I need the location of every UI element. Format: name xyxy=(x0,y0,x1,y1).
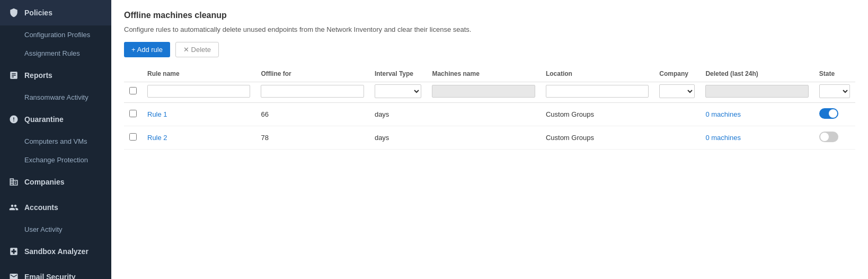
email-icon xyxy=(8,272,19,279)
filter-location[interactable] xyxy=(546,85,649,98)
filter-row: days hours On xyxy=(124,82,855,103)
quarantine-label: Quarantine xyxy=(24,115,64,124)
row2-interval-type: days xyxy=(369,126,427,150)
sidebar-item-email-security[interactable]: Email Security xyxy=(0,264,111,279)
row1-interval-type: days xyxy=(369,103,427,126)
page-title: Offline machines cleanup xyxy=(124,11,855,20)
sidebar-item-user-activity[interactable]: User Activity xyxy=(0,220,111,239)
col-offline-for: Offline for xyxy=(255,66,369,82)
col-machines-name: Machines name xyxy=(427,66,540,82)
row2-rule-name[interactable]: Rule 2 xyxy=(147,134,167,142)
filter-state[interactable]: On Off xyxy=(819,84,850,98)
sandbox-analyzer-label: Sandbox Analyzer xyxy=(24,247,88,256)
filter-machines-name[interactable] xyxy=(432,85,535,98)
delete-button[interactable]: ✕ Delete xyxy=(175,42,219,57)
companies-icon xyxy=(8,177,19,187)
row1-deleted: 0 machines xyxy=(705,110,740,118)
email-security-label: Email Security xyxy=(24,273,76,279)
reports-label: Reports xyxy=(24,71,52,80)
row1-checkbox[interactable] xyxy=(129,110,137,117)
sidebar-item-reports[interactable]: Reports xyxy=(0,63,111,88)
sidebar-item-computers-and-vms[interactable]: Computers and VMs xyxy=(0,132,111,151)
row2-offline-for: 78 xyxy=(255,126,369,150)
sidebar-item-assignment-rules[interactable]: Assignment Rules xyxy=(0,44,111,63)
filter-offline-for[interactable] xyxy=(261,85,364,98)
main-content-area: Offline machines cleanup Configure rules… xyxy=(111,0,868,279)
sidebar-item-exchange-protection[interactable]: Exchange Protection xyxy=(0,151,111,169)
chart-icon xyxy=(8,70,19,81)
sidebar-item-sandbox-analyzer[interactable]: Sandbox Analyzer xyxy=(0,239,111,264)
row1-location: Custom Groups xyxy=(541,103,654,126)
sidebar-item-ransomware-activity[interactable]: Ransomware Activity xyxy=(0,88,111,107)
accounts-icon xyxy=(8,202,19,213)
filter-interval-type[interactable]: days hours xyxy=(375,84,422,98)
filter-rule-name[interactable] xyxy=(147,85,250,98)
page-description: Configure rules to automatically delete … xyxy=(124,25,855,33)
row1-offline-for: 66 xyxy=(255,103,369,126)
filter-deleted[interactable] xyxy=(705,85,808,98)
row1-toggle[interactable] xyxy=(819,108,838,119)
sidebar-item-companies[interactable]: Companies xyxy=(0,169,111,195)
sandbox-icon xyxy=(8,246,19,257)
col-company: Company xyxy=(654,66,700,82)
companies-label: Companies xyxy=(24,178,64,186)
sidebar-item-quarantine[interactable]: Quarantine xyxy=(0,107,111,132)
policies-label: Policies xyxy=(24,8,52,17)
filter-checkbox[interactable] xyxy=(129,87,137,94)
row1-company xyxy=(654,103,700,126)
toolbar: + Add rule ✕ Delete xyxy=(124,42,855,57)
sidebar: Policies Configuration Profiles Assignme… xyxy=(0,0,111,279)
col-state: State xyxy=(814,66,855,82)
table-row: Rule 1 66 days Custom Groups 0 machines xyxy=(124,103,855,126)
shield-icon xyxy=(8,7,19,18)
row2-toggle[interactable] xyxy=(819,132,838,142)
quarantine-icon xyxy=(8,114,19,125)
col-deleted: Deleted (last 24h) xyxy=(700,66,813,82)
col-interval-type: Interval Type xyxy=(369,66,427,82)
col-location: Location xyxy=(541,66,654,82)
row2-deleted: 0 machines xyxy=(705,134,740,142)
sidebar-item-accounts[interactable]: Accounts xyxy=(0,195,111,220)
row1-rule-name[interactable]: Rule 1 xyxy=(147,110,167,118)
rules-table: Rule name Offline for Interval Type Mach… xyxy=(124,66,855,150)
table-row: Rule 2 78 days Custom Groups 0 machines xyxy=(124,126,855,150)
col-rule-name: Rule name xyxy=(142,66,255,82)
filter-company[interactable] xyxy=(659,84,695,98)
row2-machines-name xyxy=(427,126,540,150)
sidebar-item-configuration-profiles[interactable]: Configuration Profiles xyxy=(0,25,111,44)
accounts-label: Accounts xyxy=(24,203,58,212)
row1-machines-name xyxy=(427,103,540,126)
row2-checkbox[interactable] xyxy=(129,133,137,141)
row2-location: Custom Groups xyxy=(541,126,654,150)
row2-company xyxy=(654,126,700,150)
checkbox-col-header xyxy=(124,66,142,82)
sidebar-item-policies[interactable]: Policies xyxy=(0,0,111,25)
add-rule-button[interactable]: + Add rule xyxy=(124,42,170,57)
